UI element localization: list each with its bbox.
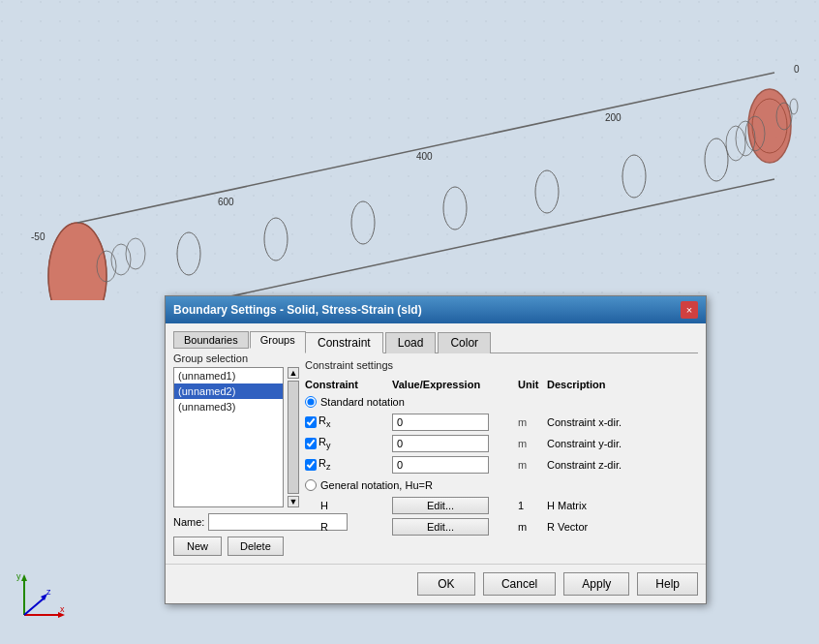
r-unit: m (518, 521, 547, 533)
standard-notation-label: Standard notation (320, 396, 405, 408)
left-panel: Boundaries Groups Group selection (unnam… (173, 331, 299, 556)
svg-rect-2 (0, 0, 819, 300)
constraint-tab[interactable]: Constraint (305, 332, 383, 353)
h-label: H (305, 500, 392, 511)
general-notation-row: General notation, Hu=R (305, 479, 698, 491)
tabs-row: Constraint Load Color (305, 331, 698, 353)
content-area: Boundaries Groups Group selection (unnam… (173, 331, 698, 556)
rz-label: Rz (318, 457, 330, 472)
h-edit-button[interactable]: Edit... (392, 497, 489, 514)
rx-checkbox-col: Rx (305, 414, 392, 429)
axis-indicator: x y z (15, 571, 68, 625)
dialog-titlebar: Boundary Settings - Solid, Stress-Strain… (166, 296, 706, 323)
r-desc: R Vector (547, 521, 698, 533)
group-list[interactable]: (unnamed1) (unnamed2) (unnamed3) (173, 367, 284, 507)
general-notation-radio[interactable] (305, 479, 317, 491)
ry-unit: m (518, 438, 547, 449)
name-label: Name: (173, 516, 204, 528)
rz-input[interactable] (392, 456, 489, 474)
ry-label: Ry (318, 436, 330, 450)
list-item[interactable]: (unnamed3) (174, 399, 283, 414)
r-edit-button[interactable]: Edit... (392, 518, 489, 536)
rx-checkbox[interactable] (305, 416, 317, 428)
svg-text:y: y (16, 571, 21, 581)
rz-checkbox-col: Rz (305, 457, 392, 472)
close-button[interactable]: × (681, 301, 698, 319)
r-row: R Edit... m R Vector (305, 518, 698, 536)
delete-button[interactable]: Delete (228, 537, 284, 556)
ry-value-col (392, 435, 518, 452)
load-tab[interactable]: Load (385, 332, 437, 353)
standard-notation-row: Standard notation (305, 396, 698, 408)
svg-text:-50: -50 (31, 231, 46, 242)
boundaries-tab[interactable]: Boundaries (173, 331, 249, 349)
h-edit-col: Edit... (392, 497, 518, 514)
svg-marker-37 (21, 574, 27, 581)
constraint-settings-title: Constraint settings (305, 359, 698, 371)
ry-desc: Constraint y-dir. (547, 438, 698, 449)
help-button[interactable]: Help (637, 572, 698, 596)
rx-input[interactable] (392, 414, 489, 431)
r-edit-col: Edit... (392, 518, 518, 536)
rz-checkbox[interactable] (305, 459, 317, 471)
list-item[interactable]: (unnamed1) (174, 368, 283, 383)
col-constraint-header: Constraint (305, 379, 392, 390)
name-row: Name: (173, 513, 299, 531)
rx-label: Rx (318, 414, 330, 429)
svg-text:400: 400 (416, 151, 433, 162)
boundary-settings-dialog: Boundary Settings - Solid, Stress-Strain… (165, 295, 707, 604)
rz-value-col (392, 456, 518, 474)
ry-checkbox[interactable] (305, 438, 317, 449)
standard-notation-radio[interactable] (305, 396, 317, 408)
group-selection-label: Group selection (173, 353, 299, 364)
ry-row: Ry m Constraint y-dir. (305, 435, 698, 452)
svg-text:200: 200 (605, 112, 622, 123)
svg-text:0: 0 (794, 64, 800, 75)
rx-desc: Constraint x-dir. (547, 416, 698, 428)
right-panel: Constraint Load Color Constraint setting… (305, 331, 698, 556)
scroll-up-btn[interactable]: ▲ (288, 367, 299, 379)
dialog-footer: OK Cancel Apply Help (166, 564, 706, 603)
rx-row: Rx m Constraint x-dir. (305, 414, 698, 431)
col-value-header: Value/Expression (392, 379, 518, 390)
ok-button[interactable]: OK (417, 572, 475, 596)
btn-row: New Delete (173, 537, 299, 556)
rz-unit: m (518, 459, 547, 471)
ry-checkbox-col: Ry (305, 436, 392, 450)
svg-text:x: x (60, 604, 65, 614)
cad-viewport: 0 200 400 600 -50 50 50 -50 (0, 0, 819, 300)
new-button[interactable]: New (173, 537, 222, 556)
ry-input[interactable] (392, 435, 489, 452)
list-item-selected[interactable]: (unnamed2) (174, 383, 283, 399)
table-header: Constraint Value/Expression Unit Descrip… (305, 377, 698, 392)
h-row: H Edit... 1 H Matrix (305, 497, 698, 514)
panel-tabs: Boundaries Groups (173, 331, 299, 349)
dialog-title: Boundary Settings - Solid, Stress-Strain… (173, 303, 422, 317)
h-unit: 1 (518, 500, 547, 511)
svg-text:z: z (46, 587, 51, 597)
r-label: R (305, 521, 392, 533)
svg-text:600: 600 (218, 197, 234, 207)
rz-desc: Constraint z-dir. (547, 459, 698, 471)
svg-point-23 (748, 89, 791, 163)
h-desc: H Matrix (547, 500, 698, 511)
rx-unit: m (518, 416, 547, 428)
cancel-button[interactable]: Cancel (483, 572, 556, 596)
apply-button[interactable]: Apply (563, 572, 629, 596)
col-desc-header: Description (547, 379, 698, 390)
groups-tab[interactable]: Groups (250, 331, 306, 349)
svg-line-39 (24, 598, 44, 615)
scroll-down-btn[interactable]: ▼ (288, 496, 299, 507)
rz-row: Rz m Constraint z-dir. (305, 456, 698, 474)
rx-value-col (392, 414, 518, 431)
color-tab[interactable]: Color (438, 332, 491, 353)
general-notation-label: General notation, Hu=R (320, 479, 433, 491)
dialog-body: Boundaries Groups Group selection (unnam… (166, 323, 706, 564)
col-unit-header: Unit (518, 379, 547, 390)
